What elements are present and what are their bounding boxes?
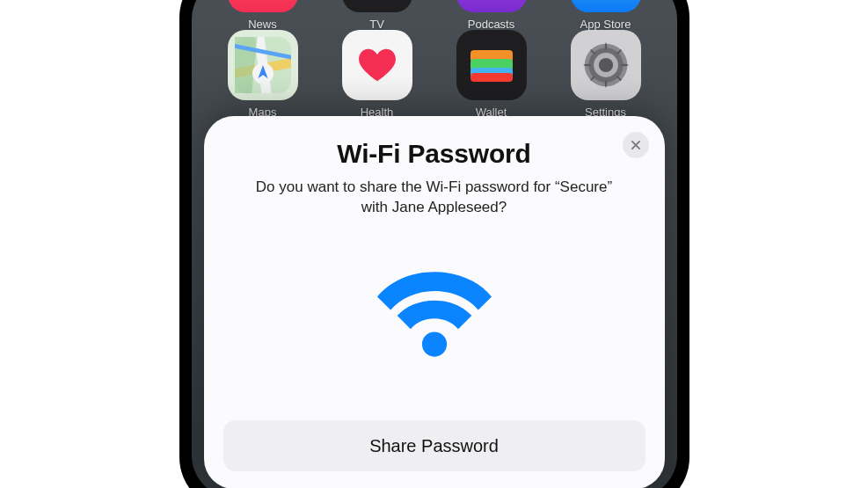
news-icon: N (228, 0, 298, 12)
app-news[interactable]: N News (223, 0, 303, 31)
appstore-icon (571, 0, 641, 12)
app-label: App Store (580, 18, 631, 31)
health-icon (342, 30, 412, 100)
close-icon (630, 139, 642, 151)
phone-screen: N News TV Podcasts App Store (192, 0, 677, 488)
podcasts-icon (456, 0, 527, 12)
wallet-icon (456, 30, 527, 100)
svg-point-10 (598, 58, 612, 72)
app-health[interactable]: Health (338, 30, 417, 119)
app-label: News (248, 18, 277, 31)
phone-frame: N News TV Podcasts App Store (179, 0, 689, 488)
home-row-1: N News TV Podcasts App Store (192, 0, 677, 31)
share-password-button[interactable]: Share Password (223, 420, 646, 471)
sheet-description: Do you want to share the Wi-Fi password … (241, 178, 628, 218)
app-label: Podcasts (468, 18, 514, 31)
tv-icon (342, 0, 412, 12)
svg-point-19 (421, 331, 446, 356)
wifi-icon (377, 271, 492, 359)
share-button-label: Share Password (369, 436, 499, 456)
app-tv[interactable]: TV (338, 0, 417, 31)
sheet-title: Wi-Fi Password (337, 139, 530, 169)
app-maps[interactable]: Maps (223, 30, 303, 119)
app-label: TV (369, 18, 384, 31)
settings-icon (571, 30, 641, 100)
app-podcasts[interactable]: Podcasts (452, 0, 531, 31)
app-settings[interactable]: Settings (566, 30, 646, 119)
maps-icon (228, 30, 298, 100)
app-wallet[interactable]: Wallet (452, 30, 531, 119)
home-row-2: Maps Health Wallet (192, 30, 677, 119)
wifi-password-sheet: Wi-Fi Password Do you want to share the … (204, 116, 665, 488)
app-appstore[interactable]: App Store (566, 0, 646, 31)
svg-rect-6 (470, 73, 513, 82)
close-button[interactable] (623, 132, 649, 158)
